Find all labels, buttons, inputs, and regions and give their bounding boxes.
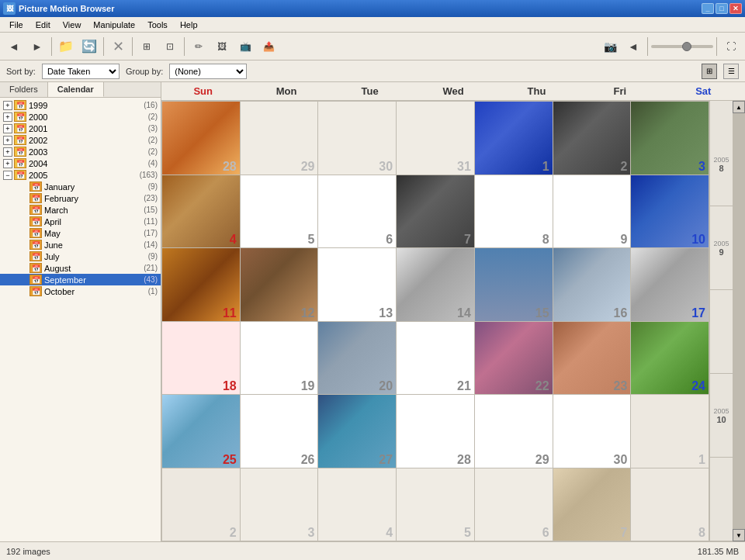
cal-cell-10-row1[interactable]: 10 [631,175,709,249]
tree-item-jul[interactable]: 📅July(9) [0,251,161,262]
tree-item-may[interactable]: 📅May(17) [0,227,161,239]
tree-item-jun[interactable]: 📅June(14) [0,239,161,251]
tree-item-2002[interactable]: +📅2002(2) [0,134,161,146]
forward-button[interactable]: ► [26,36,48,57]
sort-select[interactable]: Date Taken File Name File Size [42,64,120,79]
cal-cell-16-row2[interactable]: 16 [553,248,632,322]
expander-2004[interactable]: + [3,159,12,168]
menu-file[interactable]: File [3,19,29,31]
camera-button[interactable]: 📷 [599,36,621,57]
back-button[interactable]: ◄ [3,36,25,57]
expander-2003[interactable]: + [3,147,12,157]
grid-view-button[interactable]: ⊞ [702,64,717,79]
cal-cell-29-row4[interactable]: 29 [475,395,553,468]
cal-cell-23-row3[interactable]: 23 [553,322,632,396]
tree-item-sep[interactable]: 📅September(43) [0,274,161,285]
cal-cell-3-row0[interactable]: 3 [631,102,709,175]
tree-item-aug[interactable]: 📅August(21) [0,262,161,274]
cal-cell-20-row3[interactable]: 20 [318,322,397,396]
menu-help[interactable]: Help [174,19,204,31]
tree-item-2001[interactable]: +📅2001(3) [0,123,161,134]
tree-item-mar[interactable]: 📅March(15) [0,204,161,216]
menu-manipulate[interactable]: Manipulate [87,19,141,31]
expander-2002[interactable]: + [3,136,12,145]
cal-cell-2-row0[interactable]: 2 [553,102,632,175]
week-num-1[interactable]: 20059 [710,206,733,290]
cal-cell-28-row4[interactable]: 28 [397,395,475,468]
expander-2001[interactable]: + [3,124,12,133]
tree-item-jan[interactable]: 📅January(9) [0,181,161,192]
cal-cell-2-row5[interactable]: 2 [162,468,241,542]
cal-cell-5-row1[interactable]: 5 [241,175,319,249]
right-scrollbar[interactable]: ▲ ▼ [733,101,745,541]
cal-cell-30-row4[interactable]: 30 [553,395,632,468]
tree-item-2004[interactable]: +📅2004(4) [0,157,161,169]
cal-cell-11-row2[interactable]: 11 [162,248,241,322]
week-num-2[interactable] [710,290,733,374]
cal-cell-9-row1[interactable]: 9 [553,175,632,249]
tree-item-apr[interactable]: 📅April(11) [0,216,161,227]
tree-item-2000[interactable]: +📅2000(2) [0,111,161,123]
cal-cell-12-row2[interactable]: 12 [241,248,319,322]
cal-cell-29-row0[interactable]: 29 [241,102,319,175]
expander-2000[interactable]: + [3,112,12,122]
cal-cell-21-row3[interactable]: 21 [397,322,475,396]
week-num-4[interactable] [710,458,733,541]
expander-2005[interactable]: − [3,171,12,180]
tree-item-oct[interactable]: 📅October(1) [0,285,161,297]
cal-cell-24-row3[interactable]: 24 [631,322,709,396]
view1-button[interactable]: ⊞ [136,36,158,57]
tab-folders[interactable]: Folders [0,82,48,97]
group-select[interactable]: (None) Date Folder [169,64,247,79]
cal-cell-1-row4[interactable]: 1 [631,395,709,468]
edit4-button[interactable]: 📤 [258,36,279,57]
cal-cell-28-row0[interactable]: 28 [162,102,241,175]
cal-cell-8-row5[interactable]: 8 [631,468,709,542]
cal-cell-4-row5[interactable]: 4 [318,468,397,542]
cal-cell-3-row5[interactable]: 3 [241,468,319,542]
edit1-button[interactable]: ✏ [188,36,210,57]
tree-item-1999[interactable]: +📅1999(16) [0,99,161,111]
cal-cell-4-row1[interactable]: 4 [162,175,241,249]
stop-button[interactable]: ✕ [107,36,129,57]
edit3-button[interactable]: 📺 [234,36,256,57]
week-num-0[interactable]: 20058 [710,123,733,206]
cal-cell-7-row5[interactable]: 7 [553,468,632,542]
cal-cell-27-row4[interactable]: 27 [318,395,397,468]
tree-item-feb[interactable]: 📅February(23) [0,192,161,204]
cal-cell-26-row4[interactable]: 26 [241,395,319,468]
cal-cell-19-row3[interactable]: 19 [241,322,319,396]
tree-item-2005[interactable]: −📅2005(163) [0,169,161,181]
edit2-button[interactable]: 🖼 [211,36,233,57]
tab-calendar[interactable]: Calendar [48,82,104,97]
cal-cell-13-row2[interactable]: 13 [318,248,397,322]
minimize-button[interactable]: _ [702,3,714,14]
cal-cell-8-row1[interactable]: 8 [475,175,553,249]
menu-view[interactable]: View [57,19,88,31]
cal-cell-17-row2[interactable]: 17 [631,248,709,322]
cal-cell-30-row0[interactable]: 30 [318,102,397,175]
menu-tools[interactable]: Tools [141,19,174,31]
week-num-3[interactable]: 200510 [710,374,733,458]
fullscreen-button[interactable]: ⛶ [720,36,742,57]
scroll-track[interactable] [733,113,745,529]
cal-cell-25-row4[interactable]: 25 [162,395,241,468]
cal-cell-6-row1[interactable]: 6 [318,175,397,249]
maximize-button[interactable]: □ [716,3,728,14]
close-button[interactable]: ✕ [729,3,742,14]
tree-item-2003[interactable]: +📅2003(2) [0,146,161,157]
list-view-button[interactable]: ☰ [723,64,739,79]
expander-1999[interactable]: + [3,101,12,110]
cal-cell-7-row1[interactable]: 7 [397,175,475,249]
cal-cell-5-row5[interactable]: 5 [397,468,475,542]
cal-cell-18-row3[interactable]: 18 [162,322,241,396]
refresh-button[interactable]: 🔄 [78,36,100,57]
view2-button[interactable]: ⊡ [159,36,181,57]
menu-edit[interactable]: Edit [29,19,57,31]
cal-cell-1-row0[interactable]: 1 [475,102,553,175]
folder-button[interactable]: 📁 [55,36,77,57]
cal-cell-31-row0[interactable]: 31 [397,102,475,175]
cal-cell-22-row3[interactable]: 22 [475,322,553,396]
scroll-down-button[interactable]: ▼ [733,529,745,541]
zoom-slider[interactable] [651,45,713,48]
